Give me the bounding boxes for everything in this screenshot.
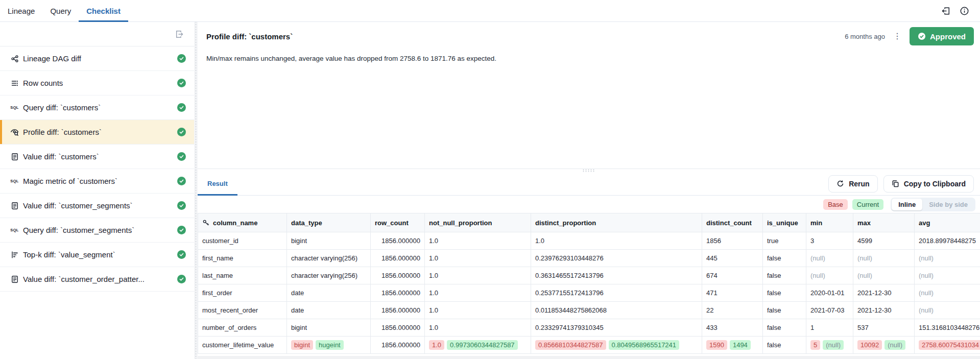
cell-min: 2021-07-03 (806, 302, 853, 319)
approved-button[interactable]: Approved (910, 27, 974, 45)
top-tabs: LineageQueryChecklist (0, 0, 128, 21)
current-value-badge: 0.8049568965517241 (609, 340, 680, 350)
tab-lineage[interactable]: Lineage (0, 0, 42, 21)
cell-distinct_proportion: 0.23976293103448276 (531, 250, 702, 267)
cell-data_type: biginthugeint (287, 337, 371, 354)
checklist-item-label: Query diff: `customers` (23, 103, 101, 112)
tab-query[interactable]: Query (42, 0, 79, 21)
view-option-inline[interactable]: Inline (892, 199, 922, 210)
check-detail-header: Profile diff: `customers` 6 months ago ⋮… (198, 22, 980, 45)
cell-row_count: 1856.000000 (371, 232, 425, 250)
cell-min: 1 (806, 319, 853, 337)
check-circle-icon (177, 177, 186, 185)
checklist-item-label: Lineage DAG diff (23, 54, 81, 63)
checklist-items: Lineage DAG diffRow countsSQLQuery diff:… (0, 46, 194, 292)
cell-max: 10092(null) (853, 337, 915, 354)
view-option-side-by-side[interactable]: Side by side (922, 199, 974, 210)
checklist-item[interactable]: Value diff: `customer_order_patter... (0, 267, 194, 292)
column-header-avg: avg (915, 213, 980, 232)
checklist-item[interactable]: Value diff: `customer_segments` (0, 194, 194, 218)
cell-not_null_proportion: 1.0 (425, 232, 531, 250)
cell-distinct_proportion: 0.85668103448275870.8049568965517241 (531, 337, 702, 354)
topk-icon (10, 250, 19, 259)
checklist-item-label: Value diff: `customer_order_patter... (23, 275, 145, 283)
cell-avg: (null) (915, 302, 980, 319)
checklist-item[interactable]: Top-k diff: `value_segment` (0, 243, 194, 267)
column-header-row_count: row_count (371, 213, 425, 232)
cell-max: 4599 (853, 232, 915, 250)
check-title: Profile diff: `customers` (206, 32, 293, 41)
info-icon[interactable] (960, 6, 969, 16)
dag-icon (10, 54, 19, 63)
check-circle-icon (918, 32, 926, 40)
vertical-splitter[interactable] (194, 22, 198, 359)
cell-row_count: 1856.000000 (371, 284, 425, 302)
current-value-badge: 0.9973060344827587 (447, 340, 518, 350)
sql-icon: SQL (10, 177, 19, 185)
cell-not_null_proportion: 1.0 (425, 319, 531, 337)
profile-diff-table: column_namedata_typerow_countnot_null_pr… (198, 213, 980, 354)
checklist-item[interactable]: Lineage DAG diff (0, 46, 194, 71)
refresh-icon (836, 180, 844, 187)
cell-avg: 2758.60075431034 (915, 337, 980, 354)
checklist-item[interactable]: Value diff: `customers` (0, 145, 194, 169)
cell-data_type: date (287, 302, 371, 319)
cell-column_name: last_name (198, 267, 287, 284)
table-row: first_namecharacter varying(256)1856.000… (198, 250, 980, 267)
cell-min: (null) (806, 267, 853, 284)
checklist-item-label: Row counts (23, 79, 63, 87)
checklist-item-label: Profile diff: `customers` (23, 128, 102, 136)
cell-min: 3 (806, 232, 853, 250)
table-row: first_orderdate1856.0000001.00.253771551… (198, 284, 980, 302)
rerun-button[interactable]: Rerun (828, 175, 877, 193)
import-checklist-icon[interactable] (175, 29, 184, 39)
check-timestamp: 6 months ago (845, 33, 885, 40)
column-header-not_null_proportion: not_null_proportion (425, 213, 531, 232)
base-value-badge: 0.8566810344827587 (535, 340, 606, 350)
profile-icon (10, 128, 19, 136)
cell-row_count: 1856.000000 (371, 319, 425, 337)
sql-icon: SQL (10, 226, 19, 234)
column-header-distinct_proportion: distinct_proportion (531, 213, 702, 232)
checklist-item[interactable]: SQLMagic metric of `customers` (0, 169, 194, 194)
table-row: last_namecharacter varying(256)1856.0000… (198, 267, 980, 284)
checklist-item-label: Top-k diff: `value_segment` (23, 250, 115, 259)
cell-max: (null) (853, 250, 915, 267)
checklist-item[interactable]: Row counts (0, 71, 194, 95)
cell-data_type: character varying(256) (287, 267, 371, 284)
cell-column_name: most_recent_order (198, 302, 287, 319)
checklist-item[interactable]: SQLQuery diff: `customers` (0, 95, 194, 120)
cell-max: 2021-12-30 (853, 284, 915, 302)
cell-distinct_count: 445 (702, 250, 763, 267)
cell-distinct_count: 674 (702, 267, 763, 284)
checklist-item[interactable]: SQLQuery diff: `customer_segments` (0, 218, 194, 243)
export-report-icon[interactable] (941, 6, 951, 16)
tab-result[interactable]: Result (198, 172, 237, 195)
cell-min: 5(null) (806, 337, 853, 354)
cell-is_unique: false (763, 267, 806, 284)
cell-column_name: customer_lifetime_value (198, 337, 287, 354)
cell-avg: (null) (915, 250, 980, 267)
check-circle-icon (177, 79, 186, 87)
cell-not_null_proportion: 1.0 (425, 284, 531, 302)
cell-data_type: character varying(256) (287, 250, 371, 267)
cell-max: (null) (853, 267, 915, 284)
column-header-column_name: column_name (198, 213, 287, 232)
checklist-item[interactable]: Profile diff: `customers` (0, 120, 194, 145)
copy-to-clipboard-button[interactable]: Copy to Clipboard (883, 175, 974, 193)
tab-checklist[interactable]: Checklist (79, 0, 128, 21)
table-row: customer_lifetime_valuebiginthugeint1856… (198, 337, 980, 354)
check-circle-icon (177, 275, 186, 283)
doc-icon (10, 201, 19, 210)
horizontal-splitter[interactable] (198, 169, 980, 172)
cell-is_unique: true (763, 232, 806, 250)
cell-max: 537 (853, 319, 915, 337)
kebab-menu-icon[interactable]: ⋮ (893, 32, 902, 40)
topnav-icons (941, 6, 980, 16)
base-value-badge: 2758.60075431034 (919, 340, 980, 350)
cell-column_name: customer_id (198, 232, 287, 250)
check-description: Min/max remains unchanged, average value… (198, 45, 980, 62)
cell-distinct_count: 15901494 (702, 337, 763, 354)
cell-avg: 2018.89978448275 (915, 232, 980, 250)
horizontal-scrollbar[interactable] (198, 356, 980, 359)
